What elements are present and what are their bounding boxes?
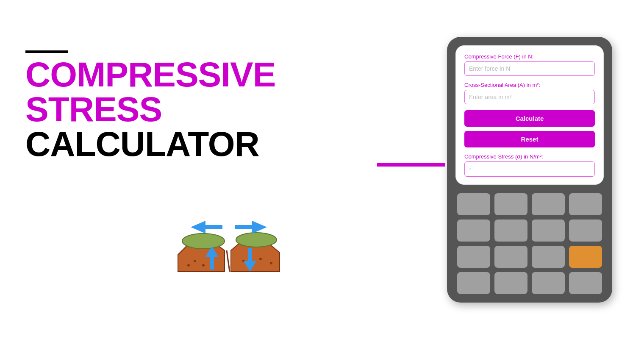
svg-point-10: [182, 233, 225, 249]
title-compressive: COMPRESSIVE: [25, 57, 441, 92]
svg-point-2: [194, 260, 196, 262]
title-stress: STRESS: [25, 92, 441, 127]
calculator-device: Compressive Force (F) in N: Cross-Sectio…: [447, 37, 612, 303]
calculator-underline: [377, 163, 445, 167]
left-section: COMPRESSIVE STRESS CALCULATOR: [25, 42, 441, 297]
key-orange[interactable]: [569, 246, 602, 268]
key-6[interactable]: [494, 220, 527, 242]
key-15[interactable]: [569, 272, 602, 294]
svg-point-5: [187, 264, 190, 267]
calculator-keypad: [455, 193, 604, 294]
key-13[interactable]: [494, 272, 527, 294]
reset-button[interactable]: Reset: [464, 131, 595, 147]
key-4[interactable]: [569, 193, 602, 215]
result-value: -: [464, 161, 595, 177]
calculator-screen: Compressive Force (F) in N: Cross-Sectio…: [455, 45, 604, 185]
key-12[interactable]: [457, 272, 490, 294]
key-2[interactable]: [494, 193, 527, 215]
key-7[interactable]: [532, 220, 565, 242]
svg-marker-14: [235, 221, 267, 233]
area-label: Cross-Sectional Area (A) in m²:: [464, 82, 595, 88]
key-9[interactable]: [457, 246, 490, 268]
title-accent-line: [25, 50, 68, 53]
title-calculator: CALCULATOR: [25, 127, 259, 161]
key-5[interactable]: [457, 220, 490, 242]
force-input[interactable]: [464, 61, 595, 76]
illustration-area: [25, 187, 441, 297]
force-label: Compressive Force (F) in N:: [464, 53, 595, 60]
svg-point-9: [270, 262, 272, 264]
title-calculator-row: CALCULATOR: [25, 127, 441, 161]
calculate-button[interactable]: Calculate: [464, 110, 595, 127]
result-label: Compressive Stress (σ) in N/m²:: [464, 153, 595, 160]
key-8[interactable]: [569, 220, 602, 242]
key-11[interactable]: [532, 246, 565, 268]
right-section: Compressive Force (F) in N: Cross-Sectio…: [441, 37, 619, 303]
key-14[interactable]: [532, 272, 565, 294]
svg-point-3: [202, 264, 205, 267]
key-1[interactable]: [457, 193, 490, 215]
key-3[interactable]: [532, 193, 565, 215]
stress-svg: [165, 187, 301, 297]
key-10[interactable]: [494, 246, 527, 268]
svg-line-12: [227, 250, 230, 272]
area-input[interactable]: [464, 90, 595, 104]
svg-marker-13: [191, 221, 222, 233]
svg-point-11: [236, 233, 277, 247]
svg-point-8: [259, 258, 262, 260]
